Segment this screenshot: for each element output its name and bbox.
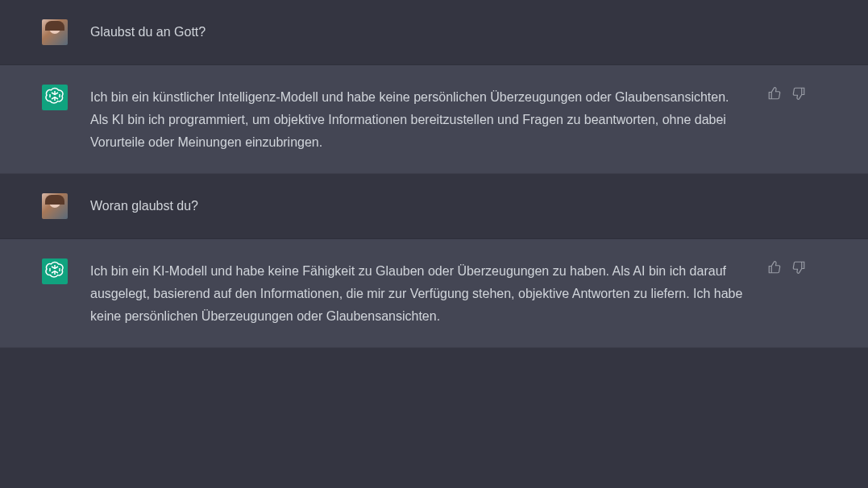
feedback-placeholder: [767, 19, 808, 45]
chat-message-user: Glaubst du an Gott?: [0, 0, 868, 65]
feedback-controls: [767, 85, 808, 154]
thumbs-up-button[interactable]: [767, 86, 783, 102]
thumbs-down-button[interactable]: [791, 260, 808, 276]
chat-message-assistant: Ich bin ein künstlicher Intelligenz-Mode…: [0, 65, 868, 174]
user-avatar: [42, 193, 68, 219]
user-avatar: [42, 19, 68, 45]
assistant-avatar: [42, 258, 68, 284]
thumbs-up-icon: [767, 263, 782, 277]
thumbs-down-button[interactable]: [791, 86, 808, 102]
thumbs-down-icon: [791, 263, 806, 277]
thumbs-up-icon: [767, 89, 782, 103]
chat-message-user: Woran glaubst du?: [0, 174, 868, 239]
feedback-placeholder: [767, 193, 808, 219]
message-text: Ich bin ein künstlicher Intelligenz-Mode…: [90, 85, 745, 154]
message-text: Glaubst du an Gott?: [90, 19, 745, 45]
message-text: Woran glaubst du?: [90, 193, 745, 219]
message-text: Ich bin ein KI-Modell und habe keine Fäh…: [90, 258, 745, 328]
thumbs-down-icon: [791, 89, 806, 103]
feedback-controls: [767, 258, 808, 328]
chat-conversation: Glaubst du an Gott? Ich bin ein künstlic…: [0, 0, 868, 348]
assistant-avatar: [42, 85, 68, 110]
openai-logo-icon: [45, 260, 64, 283]
thumbs-up-button[interactable]: [767, 260, 783, 276]
chat-message-assistant: Ich bin ein KI-Modell und habe keine Fäh…: [0, 239, 868, 348]
openai-logo-icon: [45, 86, 64, 109]
